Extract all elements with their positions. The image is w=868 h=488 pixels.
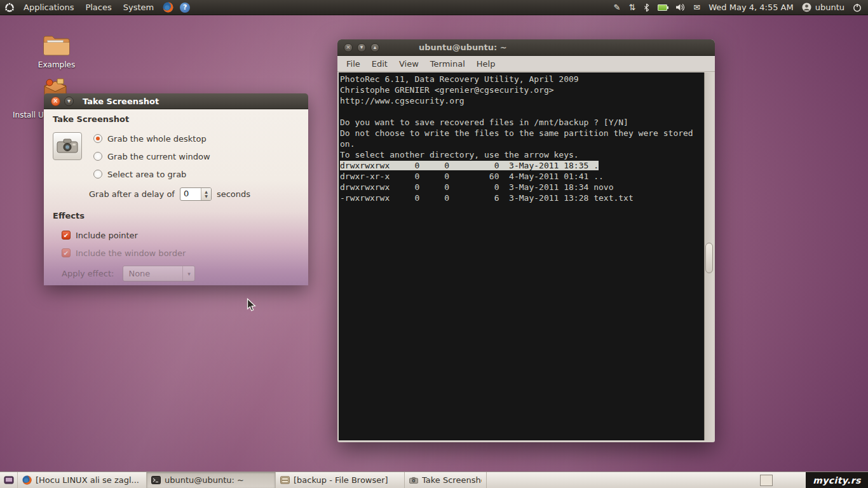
delay-spinbox[interactable]: 0 ▲ ▼	[180, 187, 212, 201]
taskbar-item-file-browser[interactable]: [backup - File Browser]	[276, 472, 405, 488]
section-heading-take-screenshot: Take Screenshot	[53, 114, 129, 124]
terminal-line: on.	[340, 139, 703, 149]
workspace-switcher[interactable]	[760, 475, 773, 486]
delay-label: Grab after a delay of	[89, 189, 175, 199]
dialog-title: Take Screenshot	[83, 97, 159, 106]
show-desktop-icon	[4, 476, 14, 485]
terminal-menubar: File Edit View Terminal Help	[337, 56, 715, 72]
taskbar-item-terminal[interactable]: ubuntu@ubuntu: ~	[147, 472, 276, 488]
menu-places[interactable]: Places	[79, 1, 117, 13]
mail-indicator-icon[interactable]: ✉	[693, 3, 700, 12]
dialog-titlebar[interactable]: × ▾ Take Screenshot	[44, 93, 308, 109]
menu-terminal[interactable]: Terminal	[424, 58, 471, 70]
taskbar-item-screenshot[interactable]: Take Screensho	[405, 472, 487, 488]
taskbar-spacer	[487, 472, 760, 488]
menu-system[interactable]: System	[118, 1, 159, 13]
radio-grab-whole-desktop[interactable]: Grab the whole desktop	[93, 133, 207, 144]
terminal-icon	[151, 476, 161, 484]
minimize-icon[interactable]: ▾	[357, 43, 366, 52]
scrollbar[interactable]	[704, 72, 714, 440]
radio-label: Grab the whole desktop	[107, 134, 207, 144]
maximize-icon[interactable]: ▴	[370, 43, 379, 52]
spin-up-icon[interactable]: ▲	[205, 189, 208, 194]
radio-selected-icon	[93, 134, 102, 143]
taskbar-item-firefox[interactable]: [Hocu LINUX ali se zagl...	[18, 472, 147, 488]
terminal-line: http://www.cgsecurity.org	[340, 95, 703, 106]
desktop-root: Applications Places System ? ✎ ⇅	[0, 0, 868, 488]
close-icon[interactable]: ×	[344, 43, 353, 52]
menu-edit[interactable]: Edit	[366, 58, 393, 70]
bluetooth-icon[interactable]	[644, 3, 649, 12]
desktop-icon-examples[interactable]: Examples	[37, 33, 76, 69]
terminal-line: Do not choose to write the files to the …	[340, 128, 703, 139]
spinner-buttons[interactable]: ▲ ▼	[201, 188, 211, 200]
terminal-line: Christophe GRENIER <grenier@cgsecurity.o…	[340, 85, 703, 95]
apply-effect-label: Apply effect:	[62, 269, 114, 278]
taskbar-item-label: Take Screensho	[422, 475, 482, 485]
battery-icon[interactable]	[658, 4, 667, 11]
menu-view[interactable]: View	[393, 58, 424, 70]
user-menu[interactable]: ubuntu	[802, 3, 844, 12]
terminal-line: PhotoRec 6.11, Data Recovery Utility, Ap…	[340, 74, 703, 85]
icon-label: Examples	[37, 60, 76, 69]
firefox-launcher-icon[interactable]	[163, 2, 173, 13]
screenshot-icon	[409, 477, 418, 484]
bottom-panel: [Hocu LINUX ali se zagl... ubuntu@ubuntu…	[0, 471, 868, 488]
scrollbar-thumb[interactable]	[705, 243, 713, 273]
terminal-title: ubuntu@ubuntu: ~	[419, 43, 507, 52]
section-heading-effects: Effects	[53, 211, 85, 220]
menu-help[interactable]: Help	[471, 58, 501, 70]
dialog-body: Take Screenshot Grab the whole desktop G…	[44, 109, 308, 285]
distributor-logo-icon[interactable]	[4, 3, 15, 13]
mouse-cursor	[247, 298, 257, 312]
apply-effect-row: Apply effect: None ▾	[62, 266, 195, 281]
terminal-line: To select another directory, use the arr…	[340, 149, 703, 160]
radio-label: Grab the current window	[107, 152, 210, 161]
terminal-titlebar[interactable]: × ▾ ▴ ubuntu@ubuntu: ~	[337, 39, 715, 56]
checkbox-include-pointer[interactable]: ✔ Include pointer	[62, 230, 138, 240]
chevron-down-icon: ▾	[182, 266, 194, 281]
delay-value[interactable]: 0	[180, 188, 201, 200]
checkbox-checked-icon: ✔	[62, 231, 71, 240]
network-arrows-icon[interactable]: ⇅	[628, 3, 635, 12]
taskbar-item-label: ubuntu@ubuntu: ~	[165, 475, 244, 485]
help-launcher-icon[interactable]: ?	[180, 3, 190, 13]
taskbar-item-label: [Hocu LINUX ali se zagl...	[36, 475, 139, 485]
firefox-icon	[22, 475, 32, 485]
show-desktop-button[interactable]	[0, 472, 18, 488]
clock[interactable]: Wed May 4, 4:55 AM	[709, 3, 793, 12]
power-icon[interactable]	[853, 3, 862, 12]
close-icon[interactable]: ×	[51, 97, 60, 106]
terminal-line: Do you want to save recovered files in /…	[340, 117, 703, 128]
delay-unit-label: seconds	[217, 189, 250, 199]
dropdown-value: None	[128, 269, 150, 278]
menu-applications[interactable]: Applications	[18, 1, 79, 13]
minimize-icon[interactable]: ▾	[64, 97, 74, 106]
terminal-line: drwxr-xr-x 0 0 60 4-May-2011 01:41 ..	[340, 171, 703, 182]
terminal-body: PhotoRec 6.11, Data Recovery Utility, Ap…	[339, 72, 714, 440]
top-panel: Applications Places System ? ✎ ⇅	[0, 0, 868, 15]
screenshot-dialog: × ▾ Take Screenshot Take Screenshot Grab…	[44, 93, 308, 285]
checkbox-checked-icon: ✔	[62, 248, 71, 257]
radio-grab-current-window[interactable]: Grab the current window	[93, 151, 210, 161]
taskbar-item-label: [backup - File Browser]	[294, 475, 388, 485]
terminal-line: -rwxrwxrwx 0 0 6 3-May-2011 13:28 text.t…	[340, 193, 703, 203]
checkbox-label: Include the window border	[76, 248, 186, 258]
radio-label: Select area to grab	[107, 170, 186, 179]
file-browser-icon	[280, 476, 290, 484]
checkbox-label: Include pointer	[76, 231, 138, 240]
terminal-window: × ▾ ▴ ubuntu@ubuntu: ~ File Edit View Te…	[337, 39, 715, 442]
radio-icon	[93, 170, 102, 179]
apply-effect-dropdown: None ▾	[123, 266, 195, 281]
messages-indicator-icon[interactable]: ✎	[614, 3, 621, 12]
volume-icon[interactable]	[675, 3, 685, 11]
radio-icon	[93, 152, 102, 161]
menu-file[interactable]: File	[341, 58, 366, 70]
folder-icon	[43, 33, 71, 57]
radio-select-area[interactable]: Select area to grab	[93, 169, 186, 179]
panel-indicators: ✎ ⇅ ✉ Wed May 4, 4:55 AM	[614, 3, 867, 12]
terminal-output[interactable]: PhotoRec 6.11, Data Recovery Utility, Ap…	[340, 74, 703, 440]
spin-down-icon[interactable]: ▼	[205, 194, 208, 198]
terminal-line: drwxrwxrwx 0 0 0 3-May-2011 18:35 .	[340, 160, 703, 171]
username: ubuntu	[815, 3, 844, 12]
